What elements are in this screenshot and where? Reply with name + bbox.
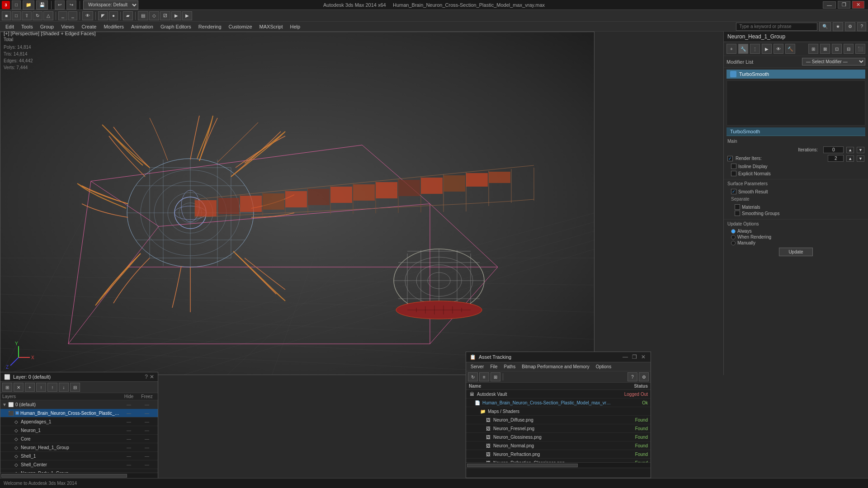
layer-freeze-btn[interactable]: —	[138, 454, 156, 459]
update-button[interactable]: Update	[779, 248, 812, 256]
layer-hide-btn[interactable]: —	[120, 402, 138, 407]
iterations-input[interactable]	[823, 146, 844, 153]
scale-btn[interactable]: △	[43, 11, 53, 20]
asset-item[interactable]: 📁 Maps / Shaders	[466, 407, 651, 416]
asset-menu-bitmap[interactable]: Bitmap Performance and Memory	[519, 363, 592, 370]
close-button[interactable]: ✕	[852, 1, 864, 9]
asset-menu-file[interactable]: File	[487, 363, 500, 370]
link-btn[interactable]: ⎯	[58, 11, 67, 20]
select-object-btn[interactable]: ■	[2, 11, 11, 20]
menu-modifiers[interactable]: Modifiers	[100, 23, 127, 30]
layer-hide-btn[interactable]: —	[120, 454, 138, 459]
layer-hide-btn[interactable]: —	[120, 445, 138, 450]
menu-rendering[interactable]: Rendering	[195, 23, 225, 30]
asset-list-view-btn[interactable]: ≡	[479, 372, 489, 381]
layer-freeze-btn[interactable]: —	[138, 419, 156, 424]
menu-tools[interactable]: Tools	[18, 23, 37, 30]
explicit-normals-checkbox[interactable]	[731, 171, 736, 176]
modifier-list-dropdown[interactable]: — Select Modifier —	[802, 58, 865, 66]
menu-edit[interactable]: Edit	[2, 23, 18, 30]
layers-add-btn[interactable]: ⊞	[2, 383, 12, 392]
iterations-down[interactable]: ▼	[857, 147, 864, 153]
layer-item[interactable]: ◇ Neuron_1 — —	[0, 426, 158, 435]
menu-graph-editors[interactable]: Graph Editors	[157, 23, 195, 30]
menu-group[interactable]: Group	[37, 23, 58, 30]
layer-freeze-btn[interactable]: —	[138, 402, 156, 407]
help-search-btn[interactable]: ?	[857, 22, 866, 31]
asset-item[interactable]: 🖼 Neuron_Refraction.png Found	[466, 450, 651, 459]
menu-help[interactable]: Help	[287, 23, 304, 30]
search-bookmark-btn[interactable]: ★	[833, 22, 843, 31]
layer-hide-btn[interactable]: —	[120, 462, 138, 467]
save-button[interactable]: 💾	[36, 0, 48, 9]
render-iters-input[interactable]	[828, 155, 844, 162]
layer-hide-btn[interactable]: —	[120, 411, 138, 416]
manually-radio[interactable]	[731, 241, 736, 245]
menu-maxscript[interactable]: MAXScript	[256, 23, 287, 30]
panel-hierarchy-btn[interactable]: ⋮	[750, 44, 760, 54]
smoothing-groups-checkbox[interactable]	[735, 211, 740, 216]
viewport-3d[interactable]: X Y Z	[0, 32, 594, 375]
layers-scrollbar[interactable]	[0, 473, 158, 478]
layer-freeze-btn[interactable]: —	[138, 462, 156, 467]
redo-button[interactable]: ↪	[66, 0, 76, 9]
layer-expand[interactable]: ▼	[2, 402, 8, 407]
layers-move-down-btn[interactable]: ↓	[59, 383, 69, 392]
rotate-btn[interactable]: ↻	[33, 11, 42, 20]
search-input[interactable]	[736, 23, 817, 31]
asset-restore-btn[interactable]: ❐	[631, 353, 638, 361]
layers-new-btn[interactable]: +	[25, 383, 35, 392]
layer-freeze-btn[interactable]: —	[138, 411, 156, 416]
asset-menu-server[interactable]: Server	[468, 363, 486, 370]
select-region-btn[interactable]: □	[12, 11, 21, 20]
render-iters-checkbox[interactable]	[727, 156, 733, 161]
align-btn[interactable]: ●	[109, 11, 118, 20]
asset-item[interactable]: 🖼 Neuron_Normal.png Found	[466, 441, 651, 450]
asset-close-btn[interactable]: ✕	[640, 353, 647, 361]
layer-freeze-btn[interactable]: —	[138, 436, 156, 441]
layer-freeze-btn[interactable]: —	[138, 428, 156, 433]
panel-modify-btn active[interactable]: 🔧	[738, 44, 748, 54]
always-radio[interactable]	[731, 229, 736, 234]
material-editor-btn[interactable]: ⚂	[160, 11, 170, 20]
asset-scroll-thumb[interactable]	[467, 464, 578, 467]
asset-item[interactable]: 🖼 Neuron_Fresnel.png Found	[466, 424, 651, 433]
modifier-stack-item[interactable]: TurboSmooth	[726, 70, 865, 79]
layer-hide-btn[interactable]: —	[120, 419, 138, 424]
layer-item[interactable]: ◇ Neuron_Body_1_Group — —	[0, 469, 158, 473]
menu-create[interactable]: Create	[78, 23, 100, 30]
isoline-checkbox[interactable]	[731, 164, 736, 169]
asset-item[interactable]: 🖼 Neuron_Diffuse.png Found	[466, 416, 651, 424]
search-btn[interactable]: 🔍	[819, 22, 831, 31]
asset-help-btn[interactable]: ?	[627, 372, 637, 381]
layers-filter-btn[interactable]: ⊟	[70, 383, 80, 392]
panel-utils-btn[interactable]: 🔨	[785, 44, 795, 54]
layers-delete-btn[interactable]: ✕	[14, 383, 24, 392]
render-iters-up[interactable]: ▲	[846, 155, 854, 162]
curve-editor-btn[interactable]: ▤	[138, 11, 148, 20]
layers-move-up-btn[interactable]: ↑	[47, 383, 57, 392]
when-rendering-radio[interactable]	[731, 235, 736, 239]
layer-manager-btn[interactable]: ▰	[123, 11, 133, 20]
undo-button[interactable]: ↩	[55, 0, 65, 9]
panel-extra-btn5[interactable]: ⬛	[855, 44, 865, 54]
layer-item[interactable]: ◇ Shell_Center — —	[0, 460, 158, 469]
layer-item[interactable]: ⬛ Human_Brain_Neuron_Cross-Section_Plast…	[0, 409, 158, 418]
layer-hide-btn[interactable]: —	[120, 436, 138, 441]
restore-button[interactable]: ❐	[838, 1, 850, 9]
asset-menu-options[interactable]: Options	[593, 363, 614, 370]
render-scene-btn[interactable]: ▶	[171, 11, 181, 20]
layers-close-btn[interactable]: ✕	[150, 374, 154, 380]
menu-animation[interactable]: Animation	[127, 23, 157, 30]
layers-sort-btn[interactable]: ↑	[36, 383, 46, 392]
layer-item[interactable]: ◇ Appendages_1 — —	[0, 418, 158, 426]
panel-extra-btn3[interactable]: ⊡	[832, 44, 842, 54]
layer-item[interactable]: ◇ Core — —	[0, 435, 158, 443]
mirror-btn[interactable]: ◤	[98, 11, 108, 20]
layer-freeze-btn[interactable]: —	[138, 445, 156, 450]
new-button[interactable]: □	[12, 0, 21, 9]
asset-config-btn[interactable]: ⚙	[639, 372, 649, 381]
move-btn[interactable]: ⇧	[22, 11, 32, 20]
iterations-up[interactable]: ▲	[846, 147, 854, 153]
layers-scroll-thumb[interactable]	[1, 474, 127, 478]
